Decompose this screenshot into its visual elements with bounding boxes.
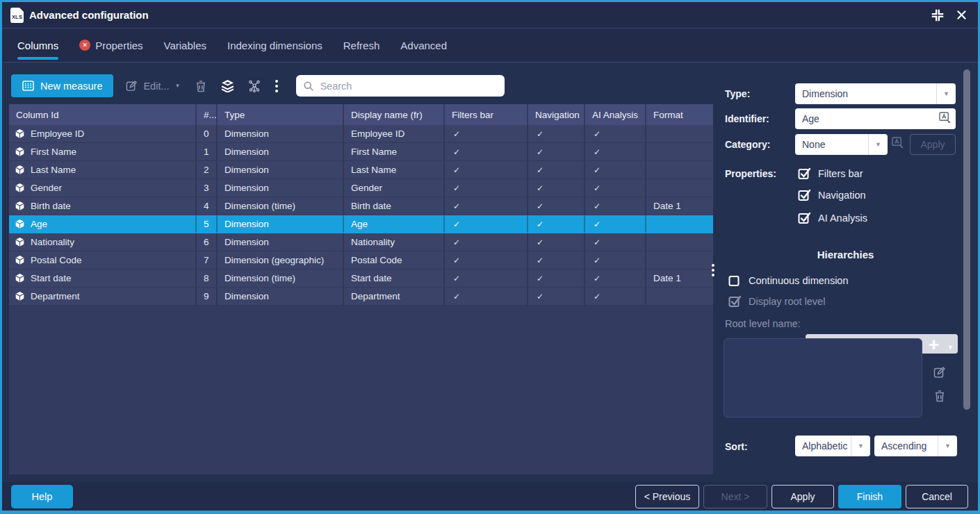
table-row[interactable]: Department 9 Dimension Department ✓ ✓ ✓ — [9, 288, 713, 306]
window-controls — [930, 8, 968, 23]
tab-variables[interactable]: Variables — [164, 28, 206, 62]
header-navigation[interactable]: Navigation — [527, 104, 584, 125]
table-row[interactable]: First Name 1 Dimension First Name ✓ ✓ ✓ — [9, 143, 713, 161]
new-measure-icon — [22, 81, 34, 91]
toolbar: New measure Edit... ▼ — [11, 74, 505, 97]
dimension-cube-icon — [15, 237, 25, 247]
dimension-cube-icon — [15, 147, 25, 157]
checkbox-checked-disabled-icon — [728, 295, 742, 308]
finish-button[interactable]: Finish — [838, 485, 901, 508]
edit-hierarchy-icon[interactable] — [933, 366, 946, 381]
cell-format — [645, 143, 713, 160]
delete-hierarchy-icon[interactable] — [934, 390, 945, 405]
header-column-id[interactable]: Column Id — [9, 104, 195, 125]
table-row-selected[interactable]: Age 5 Dimension Age ✓ ✓ ✓ — [9, 215, 713, 233]
hierarchy-network-icon[interactable] — [247, 79, 261, 93]
hierarchies-title: Hierarchies — [713, 249, 978, 260]
previous-button[interactable]: < Previous — [635, 485, 699, 508]
header-filters-bar[interactable]: Filters bar — [443, 104, 527, 125]
tab-advanced[interactable]: Advanced — [400, 28, 447, 62]
cell-format — [645, 179, 713, 197]
cell-column-id: Nationality — [9, 233, 195, 251]
table-row[interactable]: Gender 3 Dimension Gender ✓ ✓ ✓ — [9, 179, 713, 197]
panel-scrollbar[interactable] — [963, 69, 970, 410]
checkbox-checked-icon — [798, 188, 812, 201]
hierarchies-list[interactable] — [724, 338, 922, 417]
table-row[interactable]: Start date 8 Dimension (time) Start date… — [9, 270, 713, 288]
search-input[interactable] — [320, 81, 498, 92]
edit-dropdown-caret-icon[interactable]: ▼ — [175, 83, 181, 89]
layers-icon[interactable] — [220, 79, 235, 92]
next-button[interactable]: Next > — [703, 485, 767, 508]
tab-indexing-dimensions[interactable]: Indexing dimensions — [227, 28, 322, 62]
continuous-dimension-checkbox[interactable]: Continuous dimension — [728, 274, 848, 287]
header-index[interactable]: #... — [195, 104, 216, 125]
new-measure-button[interactable]: New measure — [11, 74, 113, 97]
close-icon[interactable] — [955, 8, 968, 22]
more-options-kebab-icon[interactable] — [275, 80, 278, 92]
cell-index: 3 — [195, 179, 216, 197]
table-row[interactable]: Nationality 6 Dimension Nationality ✓ ✓ … — [9, 233, 713, 251]
cell-display-name: Start date — [343, 270, 443, 287]
property-navigation[interactable]: Navigation — [798, 188, 866, 201]
cell-format — [645, 215, 713, 233]
dimension-settings-panel: Type: Dimension ▼ Identifier: Category: — [713, 63, 978, 482]
chevron-down-icon: ▼ — [868, 134, 888, 155]
cell-format — [645, 233, 713, 251]
cancel-button[interactable]: Cancel — [906, 485, 968, 508]
advanced-configuration-dialog: XLS Advanced configuration Columns ✕ Pro… — [0, 0, 980, 514]
identifier-input[interactable] — [795, 113, 956, 124]
dimension-cube-icon — [15, 291, 25, 301]
cell-column-id: Postal Code — [9, 251, 195, 269]
table-row[interactable]: Employee ID 0 Dimension Employee ID ✓ ✓ … — [9, 125, 713, 143]
category-apply-button[interactable]: Apply — [910, 134, 956, 155]
tab-refresh-label: Refresh — [343, 40, 380, 51]
table-row[interactable]: Last Name 2 Dimension Last Name ✓ ✓ ✓ — [9, 161, 713, 179]
apply-button[interactable]: Apply — [771, 485, 834, 508]
tab-advanced-label: Advanced — [400, 40, 447, 51]
header-display-name[interactable]: Display name (fr) — [343, 104, 443, 125]
cell-type: Dimension — [216, 125, 343, 142]
cell-filters-bar: ✓ — [443, 288, 527, 305]
sort-mode-dropdown[interactable]: Alphabetic ▼ — [795, 436, 870, 456]
tab-columns-label: Columns — [17, 40, 58, 51]
cell-type: Dimension — [216, 288, 343, 305]
tab-columns[interactable]: Columns — [17, 28, 58, 62]
header-ai-analysis[interactable]: AI Analysis — [584, 104, 645, 125]
category-dropdown[interactable]: None ▼ — [795, 134, 888, 155]
cell-column-id: Gender — [9, 179, 195, 197]
cell-ai-analysis: ✓ — [584, 143, 645, 160]
cell-ai-analysis: ✓ — [584, 288, 645, 305]
xls-file-icon: XLS — [10, 8, 24, 23]
add-hierarchy-icon[interactable]: + — [929, 338, 939, 351]
tab-refresh[interactable]: Refresh — [343, 28, 380, 62]
table-row[interactable]: Birth date 4 Dimension (time) Birth date… — [9, 197, 713, 215]
identifier-field-wrap — [795, 108, 956, 129]
edit-button[interactable]: Edit... ▼ — [126, 80, 180, 92]
new-measure-label: New measure — [40, 81, 102, 92]
edit-label: Edit... — [143, 81, 169, 92]
property-filters-bar[interactable]: Filters bar — [798, 167, 863, 180]
header-type[interactable]: Type — [216, 104, 343, 125]
help-button[interactable]: Help — [11, 485, 73, 508]
add-hierarchy-caret-icon[interactable]: ▼ — [947, 344, 954, 351]
cell-ai-analysis: ✓ — [584, 125, 645, 142]
cell-format — [645, 125, 713, 142]
dimension-cube-icon — [15, 219, 25, 229]
translate-icon[interactable] — [939, 112, 952, 127]
delete-icon[interactable] — [195, 80, 206, 92]
sort-order-dropdown[interactable]: Ascending ▼ — [874, 436, 957, 456]
cell-ai-analysis: ✓ — [584, 197, 645, 215]
type-dropdown[interactable]: Dimension ▼ — [795, 83, 956, 104]
cell-column-id: First Name — [9, 143, 195, 160]
table-row[interactable]: Postal Code 7 Dimension (geographic) Pos… — [9, 251, 713, 270]
property-filters-bar-label: Filters bar — [818, 168, 863, 179]
property-ai-analysis[interactable]: AI Analysis — [798, 211, 867, 224]
tab-properties[interactable]: ✕ Properties — [79, 28, 142, 62]
header-format[interactable]: Format — [645, 104, 713, 125]
compress-window-icon[interactable] — [930, 8, 945, 23]
type-label: Type: — [725, 88, 750, 99]
cell-navigation: ✓ — [527, 179, 584, 197]
cell-index: 5 — [195, 215, 216, 233]
continuous-dimension-label: Continuous dimension — [749, 275, 848, 286]
